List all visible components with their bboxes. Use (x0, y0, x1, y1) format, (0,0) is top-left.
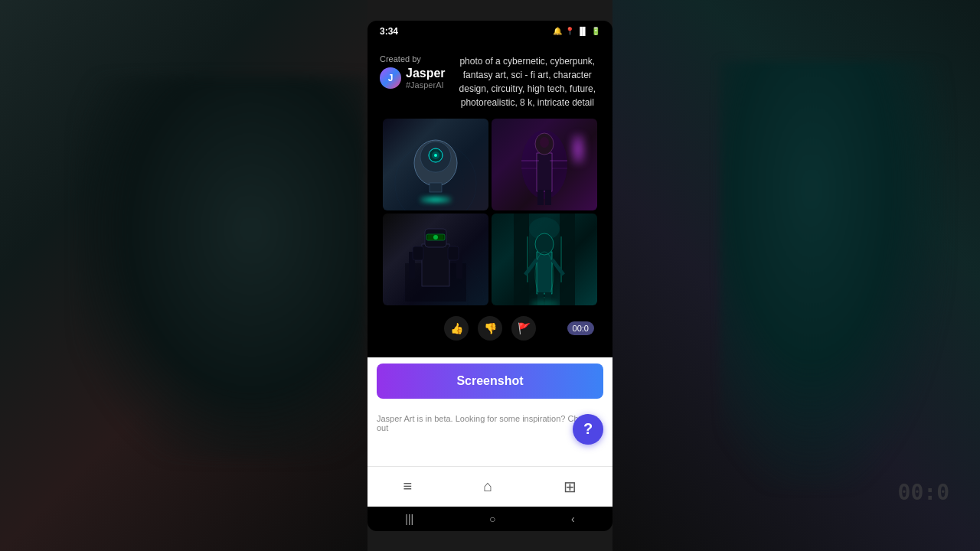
svg-rect-19 (537, 190, 544, 205)
robot-art-4 (492, 214, 597, 305)
svg-point-30 (433, 235, 438, 240)
dark-robot-svg (405, 217, 466, 302)
grid-cell-dark-robot[interactable] (383, 214, 488, 305)
white-area: ? Jasper Art is in beta. Looking for som… (368, 405, 612, 466)
status-bar: 3:34 🔔 📍 ▐▌ 🔋 (368, 21, 612, 42)
beta-text: Jasper Art is in beta. Looking for some … (377, 414, 603, 432)
robot-art-3 (383, 214, 488, 305)
grid-cell-woman[interactable] (492, 119, 597, 210)
reaction-row: 👍 👎 🚩 00:0 (380, 311, 600, 345)
timer-badge: 00:0 (567, 321, 594, 335)
phone-frame: 3:34 🔔 📍 ▐▌ 🔋 Created by J Jasper #Jaspe… (368, 21, 612, 531)
svg-rect-10 (430, 183, 442, 192)
android-back-icon: ‹ (571, 513, 575, 525)
android-circle-icon: ○ (489, 513, 495, 525)
grid-button[interactable]: ⊞ (560, 474, 580, 499)
image-grid (383, 119, 597, 305)
jasper-avatar: J (380, 67, 401, 89)
glow-teal-1 (420, 197, 451, 203)
status-icons: 🔔 📍 ▐▌ 🔋 (553, 27, 600, 35)
robot-svg (409, 134, 462, 195)
flag-button[interactable]: 🚩 (511, 316, 536, 341)
help-button[interactable]: ? (573, 414, 603, 445)
created-by-label: Created by (380, 54, 446, 64)
card-header: Created by J Jasper #JasperAI photo of a… (380, 54, 600, 109)
bottom-nav: ≡ ⌂ ⊞ (368, 466, 612, 507)
android-back-button[interactable]: ‹ (559, 510, 587, 528)
app-card: Created by J Jasper #JasperAI photo of a… (368, 42, 612, 357)
grid-icon: ⊞ (564, 478, 577, 496)
creator-name: Jasper (406, 67, 446, 80)
corner-timer: 00:0 (898, 480, 949, 505)
status-time: 3:34 (380, 26, 398, 37)
woman-svg (518, 122, 571, 207)
svg-rect-12 (537, 153, 552, 191)
svg-rect-38 (537, 252, 552, 294)
creator-tag: #JasperAI (406, 80, 446, 90)
svg-point-45 (531, 301, 558, 305)
menu-button[interactable]: ≡ (400, 474, 416, 498)
creator-name-row: J Jasper #JasperAI (380, 67, 446, 90)
silhouette-left (77, 77, 368, 459)
android-nav-bar: ||| ○ ‹ (368, 507, 612, 531)
svg-point-14 (540, 137, 549, 148)
creator-info: Created by J Jasper #JasperAI (380, 54, 446, 90)
thumbs-down-button[interactable]: 👎 (478, 316, 502, 341)
svg-rect-33 (514, 214, 529, 305)
screenshot-button[interactable]: Screenshot (377, 364, 603, 399)
thumbs-up-button[interactable]: 👍 (444, 316, 469, 341)
creator-name-block: Jasper #JasperAI (406, 67, 446, 90)
android-home-button[interactable]: ○ (477, 510, 508, 528)
svg-rect-26 (422, 244, 449, 286)
svg-rect-31 (413, 246, 423, 260)
notification-icon: 🔔 (553, 27, 562, 35)
android-recent-button[interactable]: ||| (393, 510, 426, 528)
signal-icon: ▐▌ (577, 27, 588, 35)
home-icon: ⌂ (483, 478, 492, 495)
prompt-text: photo of a cybernetic, cyberpunk, fantas… (455, 54, 600, 109)
svg-rect-20 (545, 190, 551, 205)
robot-art-2 (492, 119, 597, 210)
grid-cell-teal-figure[interactable] (492, 214, 597, 305)
battery-icon: 🔋 (591, 27, 600, 35)
android-lines-icon: ||| (405, 513, 413, 525)
menu-icon: ≡ (403, 478, 413, 495)
location-icon: 📍 (565, 27, 574, 35)
teal-figure-svg (514, 214, 575, 305)
phone-content: Created by J Jasper #JasperAI photo of a… (368, 42, 612, 507)
svg-rect-32 (448, 246, 459, 260)
svg-point-8 (434, 154, 437, 157)
grid-cell-robot-head[interactable] (383, 119, 488, 210)
svg-rect-34 (560, 214, 575, 305)
silhouette-right (720, 61, 949, 490)
home-button[interactable]: ⌂ (480, 474, 495, 498)
